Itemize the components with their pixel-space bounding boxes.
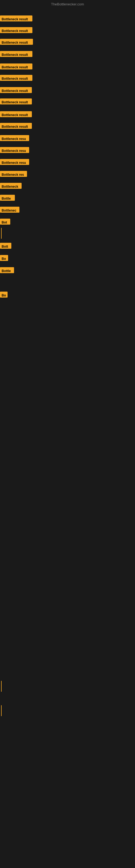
bottleneck-badge-3: Bottleneck result [0, 39, 33, 45]
bottleneck-badge-19: Bott [0, 243, 11, 249]
bottleneck-badge-9: Bottleneck result [0, 111, 32, 117]
bottleneck-badge-12: Bottleneck resu [0, 147, 29, 153]
bottleneck-badge-1: Bottleneck result [0, 16, 32, 22]
bottleneck-badge-7: Bottleneck result [0, 87, 32, 93]
bottleneck-badge-15: Bottleneck [0, 183, 21, 189]
vertical-line-3 [1, 705, 2, 716]
bottleneck-badge-14: Bottleneck res [0, 171, 27, 177]
bottleneck-badge-6: Bottleneck result [0, 75, 32, 81]
bottleneck-badge-21: Bottle [0, 267, 14, 273]
bottleneck-badge-8: Bottleneck result [0, 98, 32, 104]
bottleneck-badge-13: Bottleneck resu [0, 159, 29, 165]
bottleneck-badge-18: Bot [0, 219, 10, 225]
vertical-line-2 [1, 681, 2, 692]
site-title: TheBottlenecker.com [51, 2, 84, 6]
bottleneck-badge-10: Bottleneck result [0, 123, 32, 129]
bottleneck-badge-2: Bottleneck result [0, 27, 32, 33]
bottleneck-badge-16: Bottle [0, 195, 15, 201]
bottleneck-badge-4: Bottleneck result [0, 51, 32, 57]
bottleneck-badge-17: Bottlenec [0, 207, 19, 213]
bottleneck-badge-11: Bottleneck resu [0, 135, 29, 141]
bottleneck-badge-5: Bottleneck result [0, 63, 32, 69]
vertical-line-1 [1, 228, 2, 239]
bottleneck-badge-20: Bo [0, 255, 8, 261]
bottleneck-badge-22: Bo [0, 291, 8, 298]
